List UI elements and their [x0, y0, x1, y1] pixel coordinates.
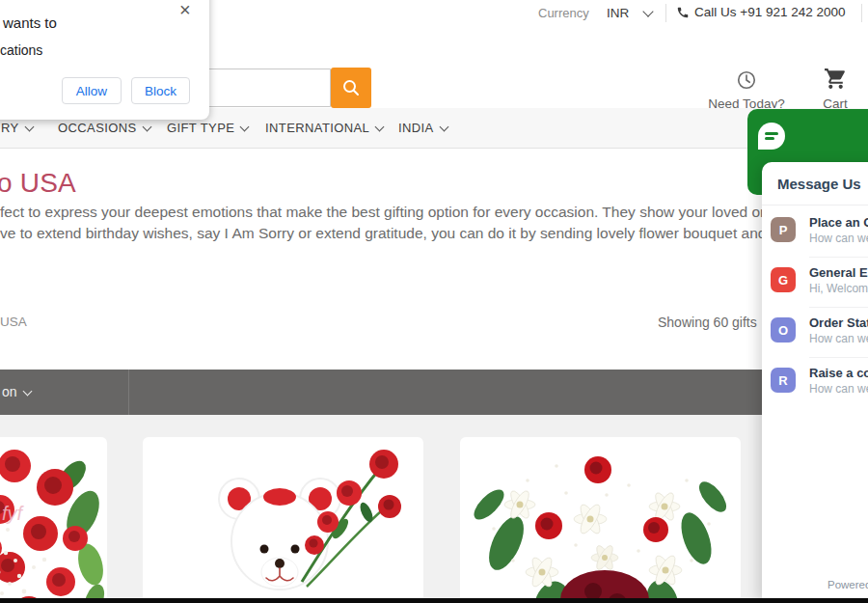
- chat-item-avatar-2: O: [771, 317, 796, 343]
- product-card-red-roses[interactable]: fyf: [0, 437, 107, 603]
- lilies-roses-bouquet-image: [460, 437, 741, 603]
- divider: [128, 370, 129, 415]
- clock-icon: [736, 69, 757, 91]
- search-icon: [341, 78, 361, 97]
- nav-label: INDIA: [398, 121, 434, 135]
- chevron-down-icon[interactable]: [642, 6, 653, 16]
- popup-site-text: wants to: [3, 14, 57, 31]
- page-title: o USA: [0, 168, 76, 199]
- divider: [665, 4, 666, 22]
- notification-permission-popup: × wants to cations Allow Block: [0, 0, 209, 120]
- chat-item-subtitle: Hi, Welcome to: [809, 282, 868, 295]
- chat-bubble-icon: [758, 123, 785, 150]
- product-card-teddy-roses[interactable]: [143, 437, 423, 603]
- chevron-down-icon: [22, 387, 32, 397]
- product-card-lilies-roses[interactable]: [460, 437, 741, 603]
- teddy-bear-with-roses-image: [143, 437, 423, 603]
- chevron-down-icon: [240, 123, 250, 132]
- filter-label: on: [2, 384, 17, 399]
- divider: [762, 205, 868, 206]
- phone-icon: [676, 6, 690, 23]
- block-button[interactable]: Block: [131, 77, 190, 104]
- nav-label: OCCASIONS: [58, 121, 137, 135]
- intro-text-line2: ve to extend birthday wishes, say I Am S…: [0, 225, 766, 242]
- currency-selector[interactable]: INR: [607, 6, 629, 20]
- chat-widget-title: Message Us: [777, 176, 861, 192]
- chevron-down-icon: [375, 123, 385, 132]
- nav-label: GIFT TYPE: [167, 121, 234, 135]
- chat-item-title: Order Status: [809, 315, 868, 330]
- chat-item-subtitle: How can we help: [809, 382, 868, 396]
- chevron-down-icon: [439, 123, 448, 132]
- chat-item-general-enquiry[interactable]: G General Enquiry Hi, Welcome to: [762, 263, 868, 314]
- call-us-link[interactable]: Call Us +91 921 242 2000: [694, 5, 846, 19]
- chat-item-avatar-3: R: [771, 368, 796, 393]
- cart-button[interactable]: Cart: [810, 67, 860, 111]
- red-roses-bouquet-image: fyf: [0, 437, 107, 603]
- nav-label: RY: [1, 121, 19, 135]
- search-button[interactable]: [331, 68, 371, 108]
- chat-item-title: Raise a complaint: [809, 366, 868, 380]
- breadcrumb: USA: [0, 315, 27, 329]
- watermark-text: fyf: [2, 503, 25, 524]
- intro-text-line1: fect to express your deepest emotions th…: [0, 204, 784, 221]
- nav-item-india[interactable]: INDIA: [398, 121, 448, 135]
- chevron-down-icon: [24, 123, 34, 132]
- divider: [809, 257, 868, 258]
- allow-button[interactable]: Allow: [62, 77, 122, 104]
- results-count: Showing 60 gifts: [658, 315, 757, 330]
- nav-item-gift-type[interactable]: GIFT TYPE: [167, 121, 248, 135]
- chat-item-place-order[interactable]: P Place an Order How can we help: [762, 213, 868, 263]
- currency-label: Currency: [538, 6, 589, 20]
- filter-bar: on: [0, 370, 868, 415]
- page: Currency INR Call Us +91 921 242 2000 Ne…: [0, 0, 868, 603]
- bottom-bar: [0, 598, 868, 603]
- close-icon[interactable]: ×: [179, 0, 191, 19]
- filter-dropdown[interactable]: on: [2, 384, 31, 399]
- nav-item-occasions[interactable]: OCCASIONS: [58, 121, 150, 135]
- divider: [809, 357, 868, 358]
- chat-item-subtitle: How can we help: [809, 232, 868, 245]
- chat-item-title: General Enquiry: [809, 265, 868, 280]
- chat-item-subtitle: How can we help: [809, 332, 868, 345]
- chat-widget-panel: Message Us P Place an Order How can we h…: [762, 162, 868, 599]
- product-grid: fyf: [0, 415, 868, 598]
- powered-by-text: Powered by: [827, 579, 868, 590]
- chat-item-raise-complaint[interactable]: R Raise a complaint How can we help: [762, 364, 868, 414]
- divider: [861, 4, 862, 22]
- chevron-down-icon: [142, 123, 151, 132]
- nav-label: INTERNATIONAL: [265, 121, 369, 135]
- popup-permission-text: cations: [0, 42, 42, 58]
- nav-item-category[interactable]: RY: [1, 121, 33, 135]
- chat-item-title: Place an Order: [809, 215, 868, 230]
- chat-item-avatar-0: P: [771, 217, 796, 242]
- nav-item-international[interactable]: INTERNATIONAL: [265, 121, 383, 135]
- chat-item-avatar-1: G: [771, 267, 796, 292]
- cart-icon: [824, 67, 848, 91]
- divider: [809, 307, 868, 308]
- need-today-button[interactable]: Need Today?: [700, 69, 793, 111]
- chat-item-order-status[interactable]: O Order Status How can we help: [762, 314, 868, 364]
